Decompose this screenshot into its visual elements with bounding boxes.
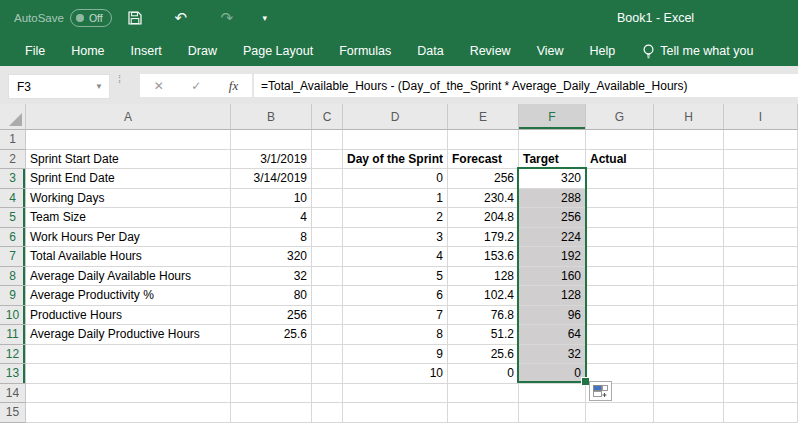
row-header-5[interactable]: 5 xyxy=(0,208,26,228)
cell-G11[interactable] xyxy=(586,325,654,345)
cell-E2[interactable]: Forecast xyxy=(448,150,519,170)
cell-H8[interactable] xyxy=(654,267,724,287)
tab-file[interactable]: File xyxy=(12,36,58,66)
cell-G1[interactable] xyxy=(586,130,654,150)
cell-F1[interactable] xyxy=(519,130,586,150)
cell-I14[interactable] xyxy=(724,384,798,404)
cell-G8[interactable] xyxy=(586,267,654,287)
col-header-A[interactable]: A xyxy=(26,104,231,130)
cell-B12[interactable] xyxy=(231,345,312,365)
row-header-7[interactable]: 7 xyxy=(0,247,26,267)
cell-D14[interactable] xyxy=(343,384,448,404)
cell-H13[interactable] xyxy=(654,364,724,384)
cell-F10[interactable]: 96 xyxy=(519,306,586,326)
cell-H5[interactable] xyxy=(654,208,724,228)
cell-A3[interactable]: Sprint End Date xyxy=(26,169,231,189)
cell-D15[interactable] xyxy=(343,403,448,423)
cell-G10[interactable] xyxy=(586,306,654,326)
cell-I11[interactable] xyxy=(724,325,798,345)
row-header-11[interactable]: 11 xyxy=(0,325,26,345)
cell-F2[interactable]: Target xyxy=(519,150,586,170)
cell-D5[interactable]: 2 xyxy=(343,208,448,228)
cell-H9[interactable] xyxy=(654,286,724,306)
cancel-button[interactable]: ✕ xyxy=(154,79,164,93)
row-header-14[interactable]: 14 xyxy=(0,384,26,404)
tab-formulas[interactable]: Formulas xyxy=(326,36,404,66)
cell-B8[interactable]: 32 xyxy=(231,267,312,287)
cell-H3[interactable] xyxy=(654,169,724,189)
cell-F7[interactable]: 192 xyxy=(519,247,586,267)
cell-E8[interactable]: 128 xyxy=(448,267,519,287)
redo-button[interactable]: ↷ xyxy=(204,0,250,36)
cell-C1[interactable] xyxy=(312,130,343,150)
cell-B5[interactable]: 4 xyxy=(231,208,312,228)
cell-B15[interactable] xyxy=(231,403,312,423)
cell-F8[interactable]: 160 xyxy=(519,267,586,287)
cell-H10[interactable] xyxy=(654,306,724,326)
cell-D9[interactable]: 6 xyxy=(343,286,448,306)
col-header-D[interactable]: D xyxy=(343,104,448,130)
cell-D13[interactable]: 10 xyxy=(343,364,448,384)
cell-A7[interactable]: Total Available Hours xyxy=(26,247,231,267)
cell-I10[interactable] xyxy=(724,306,798,326)
cell-F14[interactable] xyxy=(519,384,586,404)
cell-A2[interactable]: Sprint Start Date xyxy=(26,150,231,170)
tab-view[interactable]: View xyxy=(524,36,577,66)
cell-A4[interactable]: Working Days xyxy=(26,189,231,209)
select-all-corner[interactable] xyxy=(0,104,26,130)
cell-B9[interactable]: 80 xyxy=(231,286,312,306)
row-header-15[interactable]: 15 xyxy=(0,403,26,423)
cell-E11[interactable]: 51.2 xyxy=(448,325,519,345)
cell-H7[interactable] xyxy=(654,247,724,267)
name-box-caret-icon[interactable]: ▼ xyxy=(95,82,109,91)
cell-D11[interactable]: 8 xyxy=(343,325,448,345)
enter-button[interactable]: ✓ xyxy=(191,79,201,93)
row-header-13[interactable]: 13 xyxy=(0,364,26,384)
cell-B2[interactable]: 3/1/2019 xyxy=(231,150,312,170)
cell-G6[interactable] xyxy=(586,228,654,248)
row-header-8[interactable]: 8 xyxy=(0,267,26,287)
cell-C7[interactable] xyxy=(312,247,343,267)
cell-C8[interactable] xyxy=(312,267,343,287)
col-header-H[interactable]: H xyxy=(654,104,724,130)
col-header-F[interactable]: F xyxy=(519,104,586,130)
cell-A13[interactable] xyxy=(26,364,231,384)
autosave-toggle[interactable]: AutoSave Off xyxy=(14,9,112,27)
cell-E4[interactable]: 230.4 xyxy=(448,189,519,209)
cell-B14[interactable] xyxy=(231,384,312,404)
col-header-B[interactable]: B xyxy=(231,104,312,130)
cell-H1[interactable] xyxy=(654,130,724,150)
cell-I1[interactable] xyxy=(724,130,798,150)
cell-E6[interactable]: 179.2 xyxy=(448,228,519,248)
cell-H2[interactable] xyxy=(654,150,724,170)
auto-fill-options-button[interactable] xyxy=(589,381,612,401)
customize-qat-button[interactable]: ▾ xyxy=(250,0,280,36)
cell-F11[interactable]: 64 xyxy=(519,325,586,345)
cell-E1[interactable] xyxy=(448,130,519,150)
cell-I2[interactable] xyxy=(724,150,798,170)
cell-B3[interactable]: 3/14/2019 xyxy=(231,169,312,189)
cell-D1[interactable] xyxy=(343,130,448,150)
name-box[interactable]: F3 ▼ xyxy=(8,74,110,99)
row-header-4[interactable]: 4 xyxy=(0,189,26,209)
cell-A15[interactable] xyxy=(26,403,231,423)
row-header-6[interactable]: 6 xyxy=(0,228,26,248)
save-button[interactable] xyxy=(112,8,158,28)
cell-A10[interactable]: Productive Hours xyxy=(26,306,231,326)
cell-D3[interactable]: 0 xyxy=(343,169,448,189)
cell-C3[interactable] xyxy=(312,169,343,189)
cell-B6[interactable]: 8 xyxy=(231,228,312,248)
cell-D6[interactable]: 3 xyxy=(343,228,448,248)
cell-B10[interactable]: 256 xyxy=(231,306,312,326)
cell-I5[interactable] xyxy=(724,208,798,228)
cell-H11[interactable] xyxy=(654,325,724,345)
insert-function-button[interactable]: fx xyxy=(229,78,238,94)
cell-D2[interactable]: Day of the Sprint xyxy=(343,150,448,170)
cell-H4[interactable] xyxy=(654,189,724,209)
cell-G7[interactable] xyxy=(586,247,654,267)
cell-I9[interactable] xyxy=(724,286,798,306)
tell-me-box[interactable]: Tell me what you xyxy=(628,44,753,59)
cell-I3[interactable] xyxy=(724,169,798,189)
cell-G2[interactable]: Actual xyxy=(586,150,654,170)
cell-C15[interactable] xyxy=(312,403,343,423)
